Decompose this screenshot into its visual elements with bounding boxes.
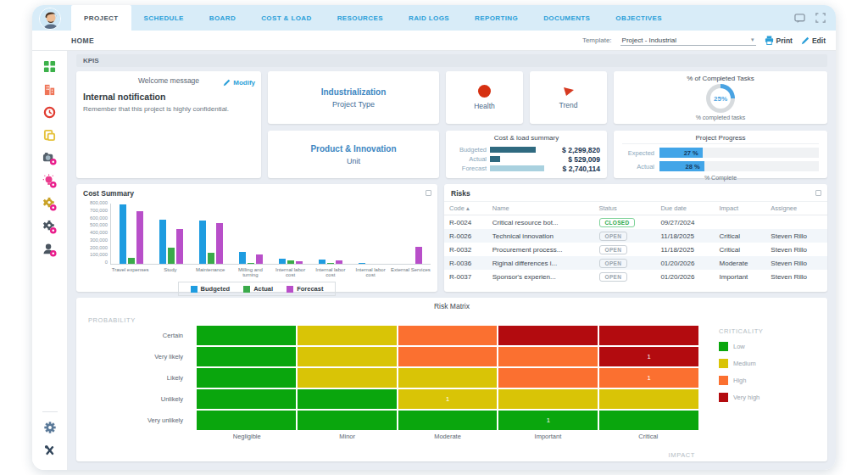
matrix-cell-low[interactable] [197,347,296,366]
matrix-cell-veryhigh[interactable]: 1 [599,347,698,366]
documents-icon[interactable] [42,126,58,143]
risk-impact: Important [715,270,766,283]
matrix-cell-high[interactable] [498,368,598,388]
status-badge: CLOSED [599,218,636,227]
progress-row-label: Actual [622,163,654,170]
risks-column-header[interactable]: Status [594,202,656,215]
criticality-swatch [719,359,728,368]
matrix-cell-low[interactable] [298,389,397,409]
risks-column-header[interactable]: Due date [655,202,714,215]
tab-board[interactable]: BOARD [197,5,248,31]
matrix-cell-low[interactable] [197,389,296,409]
risk-status: OPEN [594,229,656,243]
risks-column-header[interactable]: Code ▴ [444,202,487,215]
popout-icon[interactable] [815,190,821,196]
risk-row[interactable]: R-0037Sponsor's experien...OPEN01/20/202… [444,270,827,283]
risks-column-header[interactable]: Assignee [765,202,827,215]
matrix-cell-low[interactable]: 1 [498,411,598,430]
matrix-cell-medium[interactable]: 1 [398,389,498,409]
risk-row[interactable]: R-0036Riginal differences i...OPEN01/20/… [444,256,827,270]
edit-button[interactable]: Edit [801,36,826,45]
risk-matrix-title: Risk Matrix [85,302,819,310]
print-button[interactable]: Print [765,36,793,45]
popout-icon[interactable] [426,190,431,196]
matrix-column-label: Moderate [398,433,498,440]
legend-item-budgeted: Budgeted [191,285,231,293]
clock-icon[interactable] [42,103,58,120]
settings-gear-icon[interactable] [42,419,58,436]
risk-row[interactable]: R-0026Technical innovationOPEN11/18/2025… [444,229,827,243]
risk-assignee: Steven Rillo [765,243,827,256]
bar-actual [287,260,294,264]
risk-code-link[interactable]: R-0032 [444,243,487,256]
completed-tasks-donut: 25% [706,84,735,113]
resources-user-icon[interactable] [42,241,58,258]
matrix-cell-high[interactable] [398,326,498,345]
matrix-cell-low[interactable] [197,368,296,388]
risk-due-date: 11/18/2025 [655,229,714,243]
template-select[interactable]: Project - Industrial ▾ [620,36,756,46]
cost-summary-title: Cost Summary [76,184,437,199]
risk-code-link[interactable]: R-0037 [444,270,487,283]
matrix-cell-high[interactable] [498,347,598,366]
tab-documents[interactable]: DOCUMENTS [531,5,603,31]
portfolio-icon[interactable] [42,149,58,166]
process-gear-yellow-icon[interactable] [42,195,58,212]
matrix-row-label: Very likely [85,353,197,360]
tab-objectives[interactable]: OBJECTIVES [603,5,675,31]
bar-forecast [136,211,143,264]
tab-cost-load[interactable]: COST & LOAD [248,5,325,31]
matrix-cell-medium[interactable] [298,326,397,345]
matrix-cell-medium[interactable] [398,368,498,388]
breadcrumb: HOME [71,36,94,45]
risk-code-link[interactable]: R-0026 [444,229,487,243]
tab-raid-logs[interactable]: RAID LOGS [396,5,462,31]
user-avatar[interactable] [39,8,61,30]
idea-icon[interactable] [42,172,58,189]
criticality-legend-items: LowMediumHighVery high [719,342,819,402]
admin-tools-icon[interactable] [42,442,58,459]
template-label: Template: [582,36,612,44]
tab-schedule[interactable]: SCHEDULE [131,5,197,31]
tab-project[interactable]: PROJECT [71,5,131,31]
fullscreen-icon[interactable] [815,13,826,23]
matrix-cell-medium[interactable] [498,389,598,409]
bar-group [231,252,270,264]
process-gear-dark-icon[interactable] [42,218,58,235]
matrix-cell-low[interactable] [197,326,296,345]
matrix-cell-low[interactable] [398,411,498,430]
matrix-cell-medium[interactable] [298,347,397,366]
risk-code-link[interactable]: R-0024 [444,215,487,230]
risks-column-header[interactable]: Impact [715,202,766,215]
trend-card: Trend [530,71,607,124]
bar-forecast [256,254,263,264]
matrix-cell-veryhigh[interactable] [498,326,598,345]
risk-code-link[interactable]: R-0036 [444,256,487,270]
breadcrumb-bar: HOME Template: Project - Industrial ▾ Pr… [32,31,836,51]
risk-row[interactable]: R-0032Procurement process...OPEN11/18/20… [444,243,827,256]
progress-row: Actual28 % [622,161,819,171]
matrix-cell-high[interactable] [398,347,498,366]
matrix-cell-medium[interactable] [298,368,397,388]
matrix-cell-low[interactable] [197,411,296,430]
bar-budgeted [239,252,246,264]
matrix-cell-medium[interactable] [599,389,698,409]
matrix-row: Likely1 [85,368,698,388]
tab-resources[interactable]: RESOURCES [325,5,396,31]
matrix-cell-veryhigh[interactable] [599,326,698,345]
building-icon[interactable] [42,81,58,98]
kpis-section-header[interactable]: KPIS [76,54,827,67]
bar-actual [128,258,135,264]
health-label: Health [474,102,495,110]
matrix-cell-low[interactable] [298,411,397,430]
comments-icon[interactable] [794,13,805,24]
risks-column-header[interactable]: Name [487,202,594,215]
matrix-cell-high[interactable]: 1 [599,368,698,388]
risk-name: Technical innovation [487,229,594,243]
matrix-cell-low[interactable] [599,411,698,430]
risk-row[interactable]: R-0024Critical resource bot...CLOSED09/2… [444,215,827,230]
tab-reporting[interactable]: REPORTING [462,5,531,31]
modify-button[interactable]: Modify [223,79,255,87]
dashboard-grid-icon[interactable] [42,58,58,75]
pencil-icon [223,79,231,87]
